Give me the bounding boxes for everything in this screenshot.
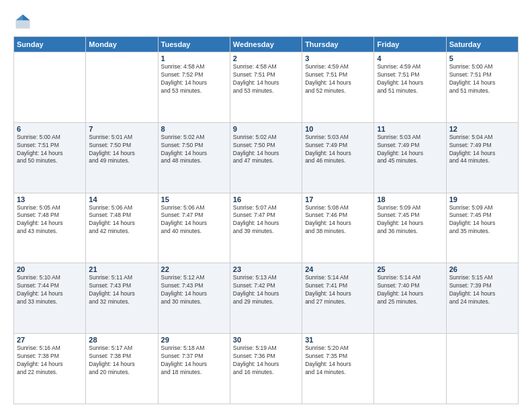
day-info: Sunrise: 5:02 AM Sunset: 7:50 PM Dayligh… (233, 134, 299, 166)
day-number: 10 (305, 125, 371, 133)
day-number: 7 (89, 125, 154, 133)
day-info: Sunrise: 5:02 AM Sunset: 7:50 PM Dayligh… (161, 134, 227, 166)
calendar-day-cell (86, 52, 158, 123)
calendar-day-cell: 29Sunrise: 5:18 AM Sunset: 7:37 PM Dayli… (158, 334, 230, 404)
day-number: 4 (377, 54, 443, 62)
calendar-day-cell: 3Sunrise: 4:59 AM Sunset: 7:51 PM Daylig… (302, 52, 374, 123)
logo-icon (13, 12, 32, 31)
logo (13, 12, 35, 31)
day-number: 2 (233, 54, 299, 62)
day-number: 3 (305, 54, 371, 62)
calendar-week-row: 27Sunrise: 5:16 AM Sunset: 7:38 PM Dayli… (14, 334, 519, 404)
svg-rect-4 (16, 20, 30, 28)
day-number: 24 (305, 265, 371, 273)
calendar-day-cell: 17Sunrise: 5:08 AM Sunset: 7:46 PM Dayli… (302, 193, 374, 263)
header (13, 12, 519, 31)
day-number: 6 (17, 125, 83, 133)
calendar-day-cell: 26Sunrise: 5:15 AM Sunset: 7:39 PM Dayli… (446, 263, 518, 334)
calendar-day-cell: 13Sunrise: 5:05 AM Sunset: 7:48 PM Dayli… (14, 193, 86, 263)
day-info: Sunrise: 5:15 AM Sunset: 7:39 PM Dayligh… (449, 274, 515, 306)
day-info: Sunrise: 5:10 AM Sunset: 7:44 PM Dayligh… (17, 274, 83, 306)
calendar-day-cell: 8Sunrise: 5:02 AM Sunset: 7:50 PM Daylig… (158, 122, 230, 193)
weekday-header: Friday (374, 37, 446, 52)
day-number: 23 (233, 265, 299, 273)
day-info: Sunrise: 5:19 AM Sunset: 7:36 PM Dayligh… (233, 345, 299, 377)
day-number: 26 (449, 265, 515, 273)
day-number: 29 (161, 336, 227, 344)
day-number: 15 (161, 195, 227, 203)
calendar-day-cell: 31Sunrise: 5:20 AM Sunset: 7:35 PM Dayli… (302, 334, 374, 404)
calendar-day-cell: 6Sunrise: 5:00 AM Sunset: 7:51 PM Daylig… (14, 122, 86, 193)
calendar-day-cell: 1Sunrise: 4:58 AM Sunset: 7:52 PM Daylig… (158, 52, 230, 123)
weekday-header: Tuesday (158, 37, 230, 52)
day-number: 25 (377, 265, 443, 273)
day-number: 18 (377, 195, 443, 203)
calendar-day-cell: 5Sunrise: 5:00 AM Sunset: 7:51 PM Daylig… (446, 52, 518, 123)
calendar-day-cell (14, 52, 86, 123)
calendar-day-cell: 12Sunrise: 5:04 AM Sunset: 7:49 PM Dayli… (446, 122, 518, 193)
day-info: Sunrise: 5:11 AM Sunset: 7:43 PM Dayligh… (89, 274, 154, 306)
day-info: Sunrise: 5:16 AM Sunset: 7:38 PM Dayligh… (17, 345, 83, 377)
calendar-day-cell: 18Sunrise: 5:09 AM Sunset: 7:45 PM Dayli… (374, 193, 446, 263)
weekday-header: Thursday (302, 37, 374, 52)
day-info: Sunrise: 4:58 AM Sunset: 7:52 PM Dayligh… (161, 63, 227, 95)
calendar-header-row: SundayMondayTuesdayWednesdayThursdayFrid… (14, 37, 519, 52)
calendar-day-cell (446, 334, 518, 404)
day-info: Sunrise: 5:03 AM Sunset: 7:49 PM Dayligh… (377, 134, 443, 166)
day-number: 22 (161, 265, 227, 273)
calendar-day-cell: 15Sunrise: 5:06 AM Sunset: 7:47 PM Dayli… (158, 193, 230, 263)
day-number: 11 (377, 125, 443, 133)
weekday-header: Wednesday (230, 37, 302, 52)
calendar-week-row: 1Sunrise: 4:58 AM Sunset: 7:52 PM Daylig… (14, 52, 519, 123)
day-info: Sunrise: 5:08 AM Sunset: 7:46 PM Dayligh… (305, 204, 371, 236)
calendar-week-row: 13Sunrise: 5:05 AM Sunset: 7:48 PM Dayli… (14, 193, 519, 263)
day-info: Sunrise: 5:06 AM Sunset: 7:47 PM Dayligh… (161, 204, 227, 236)
calendar-day-cell: 24Sunrise: 5:14 AM Sunset: 7:41 PM Dayli… (302, 263, 374, 334)
calendar-day-cell: 20Sunrise: 5:10 AM Sunset: 7:44 PM Dayli… (14, 263, 86, 334)
calendar-day-cell: 30Sunrise: 5:19 AM Sunset: 7:36 PM Dayli… (230, 334, 302, 404)
day-number: 1 (161, 54, 227, 62)
page: SundayMondayTuesdayWednesdayThursdayFrid… (0, 0, 532, 411)
day-number: 21 (89, 265, 154, 273)
calendar-day-cell: 22Sunrise: 5:12 AM Sunset: 7:43 PM Dayli… (158, 263, 230, 334)
day-info: Sunrise: 5:18 AM Sunset: 7:37 PM Dayligh… (161, 345, 227, 377)
calendar-day-cell: 4Sunrise: 4:59 AM Sunset: 7:51 PM Daylig… (374, 52, 446, 123)
day-info: Sunrise: 5:09 AM Sunset: 7:45 PM Dayligh… (377, 204, 443, 236)
calendar-day-cell: 23Sunrise: 5:13 AM Sunset: 7:42 PM Dayli… (230, 263, 302, 334)
calendar-day-cell: 28Sunrise: 5:17 AM Sunset: 7:38 PM Dayli… (86, 334, 158, 404)
svg-marker-3 (16, 15, 24, 21)
day-info: Sunrise: 5:04 AM Sunset: 7:49 PM Dayligh… (449, 134, 515, 166)
calendar-day-cell: 10Sunrise: 5:03 AM Sunset: 7:49 PM Dayli… (302, 122, 374, 193)
day-number: 16 (233, 195, 299, 203)
calendar-day-cell: 25Sunrise: 5:14 AM Sunset: 7:40 PM Dayli… (374, 263, 446, 334)
calendar-day-cell: 19Sunrise: 5:09 AM Sunset: 7:45 PM Dayli… (446, 193, 518, 263)
day-info: Sunrise: 5:09 AM Sunset: 7:45 PM Dayligh… (449, 204, 515, 236)
day-number: 12 (449, 125, 515, 133)
day-info: Sunrise: 4:59 AM Sunset: 7:51 PM Dayligh… (377, 63, 443, 95)
day-info: Sunrise: 5:00 AM Sunset: 7:51 PM Dayligh… (17, 134, 83, 166)
day-number: 20 (17, 265, 83, 273)
day-number: 8 (161, 125, 227, 133)
calendar-day-cell: 7Sunrise: 5:01 AM Sunset: 7:50 PM Daylig… (86, 122, 158, 193)
calendar-day-cell: 11Sunrise: 5:03 AM Sunset: 7:49 PM Dayli… (374, 122, 446, 193)
day-number: 14 (89, 195, 154, 203)
calendar-day-cell: 21Sunrise: 5:11 AM Sunset: 7:43 PM Dayli… (86, 263, 158, 334)
day-info: Sunrise: 5:05 AM Sunset: 7:48 PM Dayligh… (17, 204, 83, 236)
calendar-table: SundayMondayTuesdayWednesdayThursdayFrid… (13, 36, 519, 404)
calendar-day-cell: 14Sunrise: 5:06 AM Sunset: 7:48 PM Dayli… (86, 193, 158, 263)
day-number: 27 (17, 336, 83, 344)
day-number: 28 (89, 336, 154, 344)
day-info: Sunrise: 5:07 AM Sunset: 7:47 PM Dayligh… (233, 204, 299, 236)
day-info: Sunrise: 5:20 AM Sunset: 7:35 PM Dayligh… (305, 345, 371, 377)
weekday-header: Monday (86, 37, 158, 52)
day-number: 9 (233, 125, 299, 133)
calendar-day-cell: 2Sunrise: 4:58 AM Sunset: 7:51 PM Daylig… (230, 52, 302, 123)
calendar-day-cell (374, 334, 446, 404)
calendar-week-row: 6Sunrise: 5:00 AM Sunset: 7:51 PM Daylig… (14, 122, 519, 193)
day-info: Sunrise: 5:03 AM Sunset: 7:49 PM Dayligh… (305, 134, 371, 166)
weekday-header: Saturday (446, 37, 518, 52)
day-info: Sunrise: 5:14 AM Sunset: 7:41 PM Dayligh… (305, 274, 371, 306)
day-number: 17 (305, 195, 371, 203)
day-info: Sunrise: 5:06 AM Sunset: 7:48 PM Dayligh… (89, 204, 154, 236)
day-info: Sunrise: 5:14 AM Sunset: 7:40 PM Dayligh… (377, 274, 443, 306)
